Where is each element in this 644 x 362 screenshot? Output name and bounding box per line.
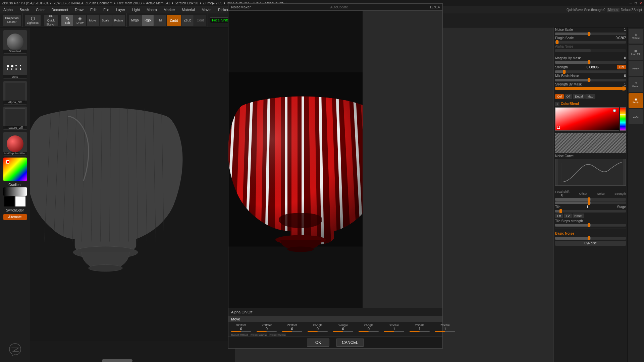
brush-sphere [7, 34, 23, 50]
menu-edit[interactable]: Edit [89, 7, 98, 12]
standard-label: Standard [3, 50, 27, 53]
noise-curve-label: Noise Curve [555, 154, 574, 158]
xoffset-slider[interactable] [231, 331, 251, 332]
menu-color[interactable]: Color [35, 7, 46, 12]
projection-master-label: ProjectionMaster [5, 16, 18, 24]
move-btn[interactable]: Move [87, 15, 99, 26]
m-btn[interactable]: M [154, 15, 166, 26]
bump-icon: ⊙ [635, 81, 637, 85]
menu-macro[interactable]: Macro [145, 7, 158, 12]
brush-thumbnail[interactable]: Standard [3, 30, 27, 54]
bynoise-btn[interactable]: ByNoise [555, 241, 626, 246]
mrgb-btn[interactable]: Mrgb [129, 15, 141, 26]
strength-slider[interactable] [555, 70, 626, 73]
menu-draw[interactable]: Draw [73, 7, 85, 12]
noise-scale-row: Noise Scale 1 [555, 28, 626, 32]
draw-btn[interactable]: ◈ Draw [74, 15, 86, 26]
quick-sketch-section: ✏ QuickSketch [43, 13, 59, 27]
swatch-black[interactable] [4, 196, 14, 206]
decal-btn[interactable]: Decal [573, 94, 585, 99]
rotate-icon-btn[interactable]: ↻ Rotate [629, 29, 643, 44]
texture-thumbnail[interactable]: Texture_Off [3, 107, 27, 130]
menu-material[interactable]: Material [180, 7, 196, 12]
zoffset-slider[interactable] [282, 331, 302, 332]
color-picker-mini [3, 158, 27, 181]
menu-brush[interactable]: Brush [18, 7, 31, 12]
xscale-slider[interactable] [384, 331, 404, 332]
zscale-slider[interactable] [435, 331, 455, 332]
reset-noise-btn[interactable]: Reset [573, 214, 585, 218]
cancel-button[interactable]: CANCEL [336, 339, 364, 347]
quick-sketch-icon: ✏ [49, 14, 53, 18]
color-picker-area[interactable] [555, 107, 626, 131]
minimize-btn[interactable]: ─ [630, 1, 632, 5]
plugin-scale-slider[interactable] [555, 41, 626, 44]
fv-btn[interactable]: FV [564, 214, 572, 218]
yscale-slider[interactable] [410, 331, 430, 332]
sculp-btn[interactable]: ◉ Sculp [629, 93, 643, 108]
swatch-white[interactable] [15, 196, 25, 206]
h-scroll-thumb[interactable] [102, 359, 133, 362]
dots-label: Dots [3, 75, 27, 78]
menu-light[interactable]: Light [130, 7, 141, 12]
strength-mask-slider[interactable] [555, 87, 626, 90]
matcap-thumbnail[interactable]: MatCap Red Wax [3, 132, 27, 156]
zangle-slider[interactable] [359, 331, 379, 332]
mix-basic-slider[interactable] [555, 79, 626, 81]
noise-scale-slider[interactable] [555, 33, 626, 35]
close-btn[interactable]: ✕ [639, 1, 642, 5]
menu-alpha[interactable]: Alpha [2, 7, 14, 12]
dots-thumbnail[interactable]: Dots [3, 56, 27, 79]
quick-sketch-btn[interactable]: ✏ QuickSketch [44, 15, 58, 26]
edit-btn[interactable]: ✎ Edit [61, 15, 73, 26]
line-fill-btn[interactable]: ▦ Line Fill [629, 45, 643, 60]
basic-noise-label: Basic Noise [555, 231, 574, 236]
yoffset-slider[interactable] [257, 331, 277, 332]
dots-pattern [7, 65, 23, 70]
zsub-btn[interactable]: Zsub [181, 15, 194, 26]
bump-btn[interactable]: ⊙ Bump [629, 77, 643, 92]
projection-master-btn[interactable]: ProjectionMaster [3, 15, 21, 26]
menu-marker[interactable]: Marker [162, 7, 176, 12]
scale-btn[interactable]: Scale [100, 15, 112, 26]
viewport [0, 0, 235, 362]
zadd-btn[interactable]: Zadd [167, 15, 181, 26]
yscale-label: YScale [415, 323, 425, 327]
tile-steps-slider[interactable] [555, 224, 626, 227]
tile-slider[interactable] [555, 210, 626, 213]
alpha-preview [5, 83, 25, 103]
transform-bar: Move XOffset 0 YOffset 0 ZOffset 0 [228, 316, 442, 336]
lightbox-btn[interactable]: ⬡ LightBox [25, 15, 41, 26]
xangle-slider[interactable] [308, 331, 328, 332]
yangle-slider[interactable] [333, 331, 353, 332]
color-picker-thumbnail[interactable] [3, 158, 27, 181]
tile-label: Tile [555, 205, 560, 209]
menu-document[interactable]: Document [50, 7, 69, 12]
coat-btn[interactable]: Coat [194, 15, 206, 26]
polyf-btn[interactable]: PolyF [629, 61, 643, 76]
fh-btn[interactable]: FH [555, 214, 563, 218]
focal-slider[interactable] [555, 198, 626, 201]
maximize-btn[interactable]: □ [635, 1, 637, 5]
offset-slider[interactable] [555, 201, 626, 204]
h-scrollbar[interactable] [30, 359, 235, 362]
map-btn[interactable]: Map [585, 94, 595, 99]
zob-label: ZOB [633, 115, 638, 118]
color-mode-btn[interactable]: Col [555, 94, 564, 99]
basic-noise-slider[interactable] [555, 237, 626, 240]
alpha-thumbnail[interactable]: Alpha_Off [3, 81, 27, 105]
menu-movie[interactable]: Movie [200, 7, 213, 12]
magnify-slider[interactable] [555, 61, 626, 64]
col-off-btn[interactable]: Off [565, 94, 573, 99]
noise-curve-area[interactable] [555, 159, 626, 186]
zob-btn[interactable]: ZOB [629, 109, 643, 124]
alternate-btn[interactable]: Alternate [3, 214, 27, 220]
rel-btn[interactable]: Rel [617, 65, 626, 69]
ok-button[interactable]: OK [307, 339, 329, 347]
lightbox-label: LightBox [27, 21, 39, 24]
menu-file[interactable]: File [102, 7, 111, 12]
rgb-btn[interactable]: Rgb [142, 15, 154, 26]
menu-layer[interactable]: Layer [115, 7, 127, 12]
gradient-bar[interactable] [3, 187, 27, 196]
rotate-btn[interactable]: Rotate [112, 15, 125, 26]
